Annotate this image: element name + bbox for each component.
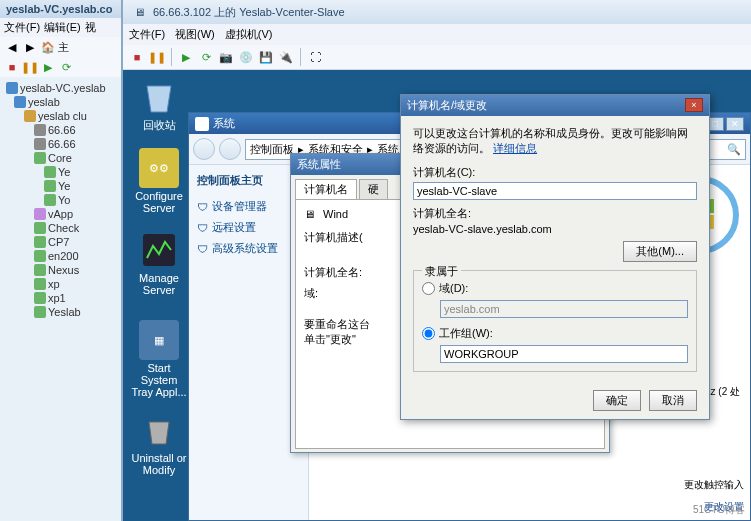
tree-item[interactable]: Nexus <box>2 263 119 277</box>
tree-label: Ye <box>58 180 70 192</box>
menu-file2[interactable]: 文件(F) <box>129 27 165 42</box>
home-icon[interactable]: 🏠 <box>40 39 56 55</box>
shield-icon: 🛡 <box>197 201 208 213</box>
computer-name-field[interactable] <box>413 182 697 200</box>
snapshot-icon[interactable]: 📷 <box>218 49 234 65</box>
outer-title: yeslab-VC.yeslab.co <box>0 0 121 18</box>
close-button[interactable]: ✕ <box>726 117 744 131</box>
computer-name-label: 计算机名(C): <box>413 165 697 180</box>
floppy-icon[interactable]: 💾 <box>258 49 274 65</box>
vm-icon <box>34 222 46 234</box>
tree-item[interactable]: 66.66 <box>2 123 119 137</box>
start-tray[interactable]: ▦ Start System Tray Appl... <box>129 320 189 398</box>
tree-item[interactable]: vApp <box>2 207 119 221</box>
tree-label: yeslab <box>28 96 60 108</box>
forward-icon[interactable]: ▶ <box>22 39 38 55</box>
name-title-text: 计算机名/域更改 <box>407 98 487 113</box>
system-title: 系统 <box>213 116 235 131</box>
workgroup-field[interactable] <box>440 345 688 363</box>
tree-item[interactable]: Check <box>2 221 119 235</box>
tree-item[interactable]: Ye <box>2 179 119 193</box>
uninstall[interactable]: Uninstall or Modify <box>129 410 189 476</box>
tree-label: Check <box>48 222 79 234</box>
reset-icon[interactable]: ⟳ <box>58 59 74 75</box>
pause-icon2[interactable]: ❚❚ <box>149 49 165 65</box>
win-label: Wind <box>323 208 348 220</box>
tree-item[interactable]: yeslab-VC.yeslab <box>2 81 119 95</box>
tree-item[interactable]: xp1 <box>2 291 119 305</box>
vm-icon <box>44 180 56 192</box>
vm-icon <box>34 292 46 304</box>
menu-view[interactable]: 视 <box>85 20 96 35</box>
name-titlebar[interactable]: 计算机名/域更改 × <box>401 95 709 116</box>
menu-file[interactable]: 文件(F) <box>4 20 40 35</box>
tray-icon: ▦ <box>139 320 179 360</box>
reset-icon2[interactable]: ⟳ <box>198 49 214 65</box>
domain-radio[interactable] <box>422 282 435 295</box>
full-name-label: 计算机全名: <box>413 206 697 221</box>
inventory-tree[interactable]: yeslab-VC.yeslabyeslabyeslab clu66.6666.… <box>0 77 121 323</box>
tree-label: CP7 <box>48 236 69 248</box>
tree-label: yeslab clu <box>38 110 87 122</box>
tree-item[interactable]: Yeslab <box>2 305 119 319</box>
tree-item[interactable]: yeslab <box>2 95 119 109</box>
tree-item[interactable]: Ye <box>2 165 119 179</box>
uninstall-icon <box>139 410 179 450</box>
link-remote[interactable]: 🛡远程设置 <box>197 217 300 238</box>
stop-icon[interactable]: ■ <box>4 59 20 75</box>
tree-item[interactable]: Yo <box>2 193 119 207</box>
close-button[interactable]: × <box>685 98 703 112</box>
recycle-bin[interactable]: 回收站 <box>129 76 189 133</box>
menu-view2[interactable]: 视图(W) <box>175 27 215 42</box>
tab-hardware[interactable]: 硬 <box>359 179 388 199</box>
workgroup-radio[interactable] <box>422 327 435 340</box>
console-menu: 文件(F) 视图(W) 虚拟机(V) <box>123 24 751 45</box>
menu-edit[interactable]: 编辑(E) <box>44 20 81 35</box>
cd-icon[interactable]: 💿 <box>238 49 254 65</box>
sidebar-title[interactable]: 控制面板主页 <box>197 173 300 188</box>
configure-server[interactable]: ⚙⚙ Configure Server <box>129 148 189 214</box>
tree-label: Ye <box>58 166 70 178</box>
tree-item[interactable]: en200 <box>2 249 119 263</box>
menu-vm[interactable]: 虚拟机(V) <box>225 27 273 42</box>
tree-item[interactable]: 66.66 <box>2 137 119 151</box>
nav-forward-icon[interactable] <box>219 138 241 160</box>
ok-button[interactable]: 确定 <box>593 390 641 411</box>
tree-item[interactable]: CP7 <box>2 235 119 249</box>
breadcrumb-cpanel[interactable]: 控制面板 <box>250 142 294 157</box>
tab-computer-name[interactable]: 计算机名 <box>295 179 357 199</box>
tree-item[interactable]: Core <box>2 151 119 165</box>
other-button[interactable]: 其他(M)... <box>623 241 697 262</box>
vm-icon <box>34 152 46 164</box>
vm-icon <box>34 236 46 248</box>
tree-label: Yeslab <box>48 306 81 318</box>
tree-item[interactable]: xp <box>2 277 119 291</box>
tree-label: Yo <box>58 194 70 206</box>
link-advanced[interactable]: 🛡高级系统设置 <box>197 238 300 259</box>
shield-icon: 🛡 <box>197 243 208 255</box>
domain-field <box>440 300 688 318</box>
tree-label: yeslab-VC.yeslab <box>20 82 106 94</box>
back-icon[interactable]: ◀ <box>4 39 20 55</box>
manage-label: Manage Server <box>139 272 179 296</box>
shield-icon: 🛡 <box>197 222 208 234</box>
link-device-manager[interactable]: 🛡设备管理器 <box>197 196 300 217</box>
tree-label: 66.66 <box>48 124 76 136</box>
cancel-button[interactable]: 取消 <box>649 390 697 411</box>
stop-icon2[interactable]: ■ <box>129 49 145 65</box>
manage-server[interactable]: Manage Server <box>129 230 189 296</box>
play-icon2[interactable]: ▶ <box>178 49 194 65</box>
system-icon <box>195 117 209 131</box>
pause-icon[interactable]: ❚❚ <box>22 59 38 75</box>
details-link[interactable]: 详细信息 <box>493 142 537 154</box>
dc-icon <box>6 82 18 94</box>
net-icon[interactable]: 🔌 <box>278 49 294 65</box>
nav-back-icon[interactable] <box>193 138 215 160</box>
play-icon[interactable]: ▶ <box>40 59 56 75</box>
fullscreen-icon[interactable]: ⛶ <box>307 49 323 65</box>
host-icon <box>34 138 46 150</box>
console-title: 66.66.3.102 上的 Yeslab-Vcenter-Slave <box>153 5 345 20</box>
vm-icon <box>44 166 56 178</box>
tree-item[interactable]: yeslab clu <box>2 109 119 123</box>
tree-label: 66.66 <box>48 138 76 150</box>
